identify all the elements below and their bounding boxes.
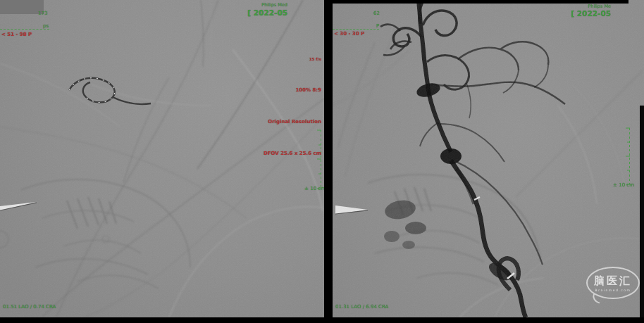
vendor-label: Philips Med <box>176 3 287 8</box>
right-viewport[interactable]: 62 P < 30 - 30 P Philips Me [ 2022-05 ± … <box>333 0 644 317</box>
image-info-block: 15 f/s 100% 8:9 Original Resolution DFOV… <box>204 31 321 182</box>
exposure-block: 65 kV 8 ms 642 mA 10% <box>250 305 321 317</box>
exposure-block: 65 kV 8 ms 674 mA 10% <box>568 305 638 317</box>
panel-divider <box>324 0 333 323</box>
gantry-angles: 01.31 LAO / 6.94 CRA <box>335 304 388 310</box>
subtraction-edge-strip <box>333 0 628 4</box>
collimation-readout: < 51 - 98 P <box>1 32 32 37</box>
bottom-letterbox <box>0 317 644 323</box>
collimation-readout: < 30 - 30 P <box>334 31 364 37</box>
dsa-dual-view: 173 ps < 51 - 98 P Philips Med [ 2022-05… <box>0 0 644 323</box>
subtraction-edge-block <box>0 0 44 14</box>
dfov-label: DFOV 25.6 x 25.6 cm <box>204 151 321 156</box>
collimator-line <box>333 29 379 30</box>
collimator-line <box>0 29 49 30</box>
frame-counter-unit: ps <box>43 23 49 29</box>
frame-counter: 173 <box>38 11 47 16</box>
brainmed-watermark: 脑医汇 Brainmed.com <box>586 267 640 299</box>
study-date: [ 2022-05 <box>176 8 287 17</box>
study-date: [ 2022-05 <box>502 9 611 18</box>
ruler-label: ± 10 cm <box>605 182 634 188</box>
zoom-frame: 100% 8:9 <box>204 87 321 93</box>
watermark-text: 脑医汇 <box>594 274 632 288</box>
watermark-subtext: Brainmed.com <box>595 289 631 292</box>
resolution-label: Original Resolution <box>204 119 321 125</box>
gantry-angles: 01.51 LAO / 0.74 CRA <box>3 304 56 310</box>
left-viewport[interactable]: 173 ps < 51 - 98 P Philips Med [ 2022-05… <box>0 0 324 317</box>
frame-rate: 15 f/s <box>204 57 321 61</box>
frame-counter-unit: P <box>376 23 379 29</box>
frame-counter: 62 <box>373 11 380 16</box>
ruler-label: ± 10 cm <box>296 186 324 191</box>
image-field-edge <box>640 106 644 317</box>
